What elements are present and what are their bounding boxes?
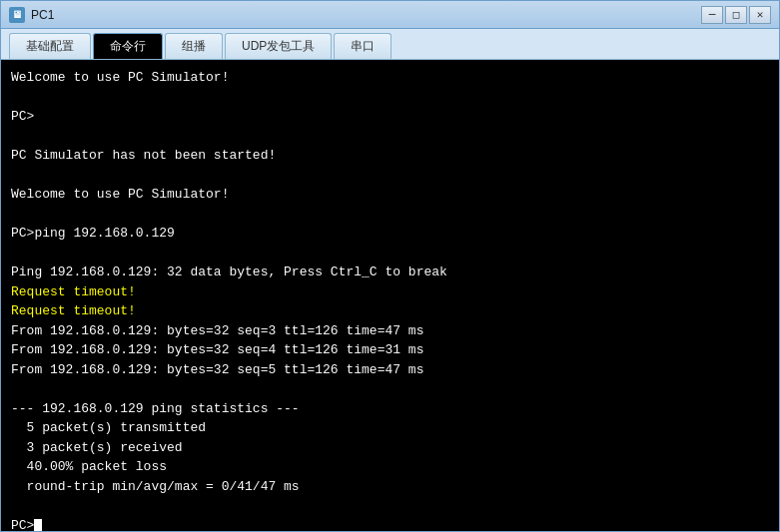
terminal-line xyxy=(11,205,769,225)
window-icon-label: 🖥 xyxy=(12,9,22,20)
terminal-line: From 192.168.0.129: bytes=32 seq=5 ttl=1… xyxy=(11,360,769,380)
terminal-line xyxy=(11,88,769,108)
window-controls: ─ □ ✕ xyxy=(701,6,771,24)
terminal-line xyxy=(11,244,769,264)
terminal-line: PC> xyxy=(11,516,769,532)
terminal-line: 40.00% packet loss xyxy=(11,457,769,477)
terminal-line xyxy=(11,166,769,186)
tab-serial[interactable]: 串口 xyxy=(334,33,391,59)
terminal-line: Request timeout! xyxy=(11,282,769,302)
terminal-line: PC Simulator has not been started! xyxy=(11,146,769,166)
maximize-button[interactable]: □ xyxy=(725,6,747,24)
terminal-line: PC>ping 192.168.0.129 xyxy=(11,224,769,244)
tab-group[interactable]: 组播 xyxy=(165,33,223,59)
terminal-line: Request timeout! xyxy=(11,301,769,321)
terminal-line xyxy=(11,127,769,147)
terminal-line: round-trip min/avg/max = 0/41/47 ms xyxy=(11,477,769,497)
terminal-line xyxy=(11,496,769,516)
minimize-button[interactable]: ─ xyxy=(701,6,723,24)
window-title: PC1 xyxy=(31,8,701,22)
window-icon: 🖥 xyxy=(9,7,25,23)
terminal-cursor xyxy=(34,519,42,532)
terminal-line: Ping 192.168.0.129: 32 data bytes, Press… xyxy=(11,263,769,282)
terminal-line: Welcome to use PC Simulator! xyxy=(11,68,769,88)
close-button[interactable]: ✕ xyxy=(749,6,771,24)
terminal-line: 3 packet(s) received xyxy=(11,438,769,458)
terminal-line: Welcome to use PC Simulator! xyxy=(11,185,769,205)
title-bar: 🖥 PC1 ─ □ ✕ xyxy=(1,1,779,29)
tab-bar: 基础配置命令行组播UDP发包工具串口 xyxy=(1,29,779,60)
terminal-line: From 192.168.0.129: bytes=32 seq=4 ttl=1… xyxy=(11,340,769,360)
tab-command[interactable]: 命令行 xyxy=(93,33,163,59)
tab-udp[interactable]: UDP发包工具 xyxy=(225,33,332,59)
terminal-line: From 192.168.0.129: bytes=32 seq=3 ttl=1… xyxy=(11,321,769,341)
terminal-line: --- 192.168.0.129 ping statistics --- xyxy=(11,399,769,419)
tab-basic[interactable]: 基础配置 xyxy=(9,33,91,59)
main-window: 🖥 PC1 ─ □ ✕ 基础配置命令行组播UDP发包工具串口 Welcome t… xyxy=(0,0,780,532)
terminal-line xyxy=(11,379,769,399)
terminal-output[interactable]: Welcome to use PC Simulator!PC>PC Simula… xyxy=(1,60,779,531)
terminal-line: 5 packet(s) transmitted xyxy=(11,418,769,438)
terminal-line: PC> xyxy=(11,107,769,127)
